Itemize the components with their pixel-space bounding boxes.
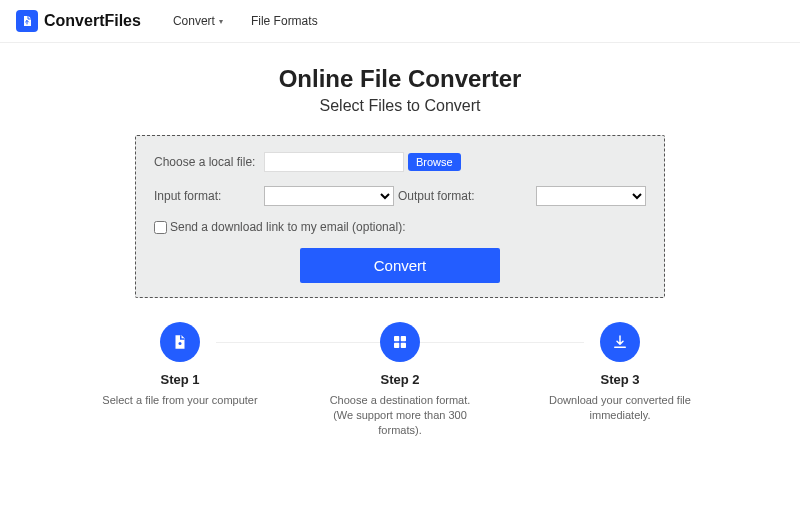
output-format-label: Output format: [398, 189, 475, 203]
convert-panel: Choose a local file: Browse Input format… [135, 135, 665, 298]
page-subtitle: Select Files to Convert [16, 97, 784, 115]
download-icon [600, 322, 640, 362]
step-1-desc: Select a file from your computer [100, 393, 260, 408]
step-1: Step 1 Select a file from your computer [100, 322, 260, 438]
input-format-label: Input format: [154, 189, 264, 203]
nav-file-formats[interactable]: File Formats [251, 14, 318, 28]
step-3: Step 3 Download your converted file imme… [540, 322, 700, 438]
chevron-down-icon: ▾ [219, 17, 223, 26]
grid-icon [380, 322, 420, 362]
brand-logo[interactable]: ConvertFiles [16, 10, 141, 32]
step-2-desc: Choose a destination format. (We support… [320, 393, 480, 438]
choose-file-label: Choose a local file: [154, 155, 264, 169]
local-file-input[interactable] [264, 152, 404, 172]
svg-point-0 [179, 342, 182, 345]
step-1-title: Step 1 [100, 372, 260, 387]
step-3-desc: Download your converted file immediately… [540, 393, 700, 423]
browse-button[interactable]: Browse [408, 153, 461, 171]
brand-name: ConvertFiles [44, 12, 141, 30]
svg-rect-1 [394, 336, 399, 341]
top-nav: ConvertFiles Convert ▾ File Formats [0, 0, 800, 43]
nav-formats-label: File Formats [251, 14, 318, 28]
file-icon [16, 10, 38, 32]
svg-rect-4 [401, 343, 406, 348]
output-format-select[interactable] [536, 186, 646, 206]
main-nav: Convert ▾ File Formats [173, 14, 318, 28]
convert-button[interactable]: Convert [300, 248, 500, 283]
email-label: Send a download link to my email (option… [170, 220, 405, 234]
svg-rect-2 [401, 336, 406, 341]
file-select-icon [160, 322, 200, 362]
step-3-title: Step 3 [540, 372, 700, 387]
nav-convert[interactable]: Convert ▾ [173, 14, 223, 28]
svg-rect-3 [394, 343, 399, 348]
email-checkbox[interactable] [154, 221, 167, 234]
nav-convert-label: Convert [173, 14, 215, 28]
step-2: Step 2 Choose a destination format. (We … [320, 322, 480, 438]
input-format-select[interactable] [264, 186, 394, 206]
steps-row: Step 1 Select a file from your computer … [16, 322, 784, 438]
page-title: Online File Converter [16, 65, 784, 93]
step-2-title: Step 2 [320, 372, 480, 387]
